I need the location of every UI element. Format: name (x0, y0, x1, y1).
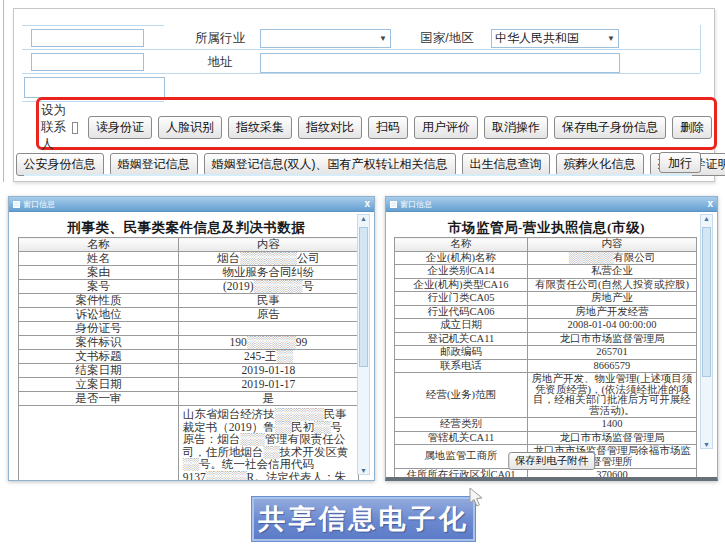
window-icon (13, 201, 20, 208)
window-titlebar[interactable]: 窗口信息 x (9, 197, 374, 212)
table-row: 经营(业务)范围房地产开发、物业管理(上述项目须凭资质经营)，(依法须经批准的项… (395, 373, 697, 418)
table-row: 管辖机关CA11龙口市市场监督管理局 (395, 431, 697, 445)
table-cell: 房地产开发、物业管理(上述项目须凭资质经营)，(依法须经批准的项目，经相关部门批… (527, 373, 696, 418)
table-header-row: 名称 内容 (19, 238, 359, 252)
table-cell: 企业(机构)名称 (395, 251, 528, 265)
table-row: 联系电话8666579 (395, 359, 697, 373)
action-button[interactable]: 读身份证 (88, 116, 152, 139)
scrollbar-thumb[interactable] (702, 227, 711, 377)
info-query-button[interactable]: 殡葬火化信息 (556, 153, 644, 176)
table-cell: 行业门类CA05 (395, 292, 528, 306)
text-field-2[interactable] (31, 53, 144, 71)
industry-label: 所属行业 (176, 30, 264, 47)
scroll-down-icon[interactable]: ▼ (360, 467, 367, 474)
table-cell: 2019-01-17 (178, 378, 358, 392)
table-cell: 1400 (527, 418, 696, 432)
industry-select[interactable]: ▼ (260, 29, 391, 48)
case-info-title: 刑事类、民事类案件信息及判决书数据 (19, 219, 354, 237)
table-cell: 烟台░░░░░░░公司 (178, 252, 358, 266)
save-attachment-button[interactable]: 保存到电子附件 (508, 452, 596, 470)
scroll-up-icon[interactable]: ▲ (360, 215, 367, 222)
table-cell: 登记机关CA11 (395, 332, 528, 346)
table-cell: 诉讼地位 (19, 308, 179, 322)
cursor-icon (466, 487, 486, 509)
table-row: 是否一审是 (19, 392, 359, 406)
table-cell: 住所所在行政区划CA01 (395, 469, 528, 482)
header-name: 名称 (395, 238, 528, 252)
table-cell: 案由 (19, 266, 179, 280)
country-select[interactable]: 中华人民共和国 ▼ (491, 29, 619, 48)
table-cell: 经营类别 (395, 418, 528, 432)
add-row-button[interactable]: 加行 (659, 152, 701, 173)
scrollbar-thumb[interactable] (359, 227, 368, 367)
case-info-table: 名称 内容 姓名烟台░░░░░░░公司案由物业服务合同纠纷案号(2019)░░░… (18, 237, 359, 481)
business-license-window: 窗口信息 x 市场监管局-营业执照信息(市级) 名称 内容 企业(机构)名称░░… (385, 196, 718, 481)
divider (164, 73, 700, 74)
address-input[interactable] (260, 53, 620, 73)
table-row: 企业(机构)类型CA16有限责任公司(自然人投资或控股) (395, 278, 697, 292)
table-cell: 190░░░░░░99 (178, 336, 358, 350)
table-cell: 企业(机构)类型CA16 (395, 278, 528, 292)
table-cell: 物业服务合同纠纷 (178, 266, 358, 280)
table-cell: 房地产开发经营 (527, 305, 696, 319)
table-cell: 房地产业 (527, 292, 696, 306)
table-cell: 8666579 (527, 359, 696, 373)
info-query-button[interactable]: 出生信息查询 (462, 153, 550, 176)
chevron-down-icon: ▼ (607, 34, 615, 43)
info-query-button[interactable]: 婚姻登记信息(双人)、国有产权转让相关信息 (204, 153, 456, 176)
button-row-2: 公安身份信息婚姻登记信息婚姻登记信息(双人)、国有产权转让相关信息出生信息查询殡… (41, 153, 712, 176)
judgment-text-cell: 山东省烟台经济技░░░░░░民事裁定书（2019）鲁░░民初░░号 原告：烟台░… (178, 406, 358, 482)
table-cell: 龙口市市场监督管理局 (527, 332, 696, 346)
action-button[interactable]: 扫码 (368, 116, 408, 139)
action-button[interactable]: 保存电子身份信息 (554, 116, 666, 139)
action-button[interactable]: 指纹采集 (228, 116, 292, 139)
table-row: 企业(机构)名称░░░░░░有限公司 (395, 251, 697, 265)
table-row: 行业门类CA05房地产业 (395, 292, 697, 306)
table-cell: 身份证号 (19, 322, 179, 336)
country-select-value: 中华人民共和国 (495, 30, 579, 47)
close-icon[interactable]: x (364, 199, 370, 209)
divider (22, 49, 164, 50)
close-icon[interactable]: x (707, 199, 713, 209)
table-row: 案件性质民事 (19, 294, 359, 308)
titlebar-text: 窗口信息 (400, 199, 432, 210)
divider (22, 25, 164, 26)
table-cell (19, 406, 179, 482)
table-cell: 文书标题 (19, 350, 179, 364)
table-cell: 私营企业 (527, 265, 696, 279)
table-cell: 2019-01-18 (178, 364, 358, 378)
table-cell: 案号 (19, 280, 179, 294)
action-button[interactable]: 删除 (672, 116, 712, 139)
set-contact-checkbox[interactable] (72, 122, 78, 134)
table-row: 成立日期2008-01-04 00:00:00 (395, 319, 697, 333)
action-button[interactable]: 指纹对比 (298, 116, 362, 139)
text-field-1[interactable] (31, 29, 144, 47)
share-info-banner: 共享信息电子化 (252, 497, 475, 541)
info-query-button[interactable]: 公安身份信息 (16, 153, 104, 176)
info-query-button[interactable]: 婚姻登记信息 (110, 153, 198, 176)
top-form-card: 所属行业 ▼ 国家/地区 中华人民共和国 ▼ 地址 设为联系人 读身份证人脸识别… (13, 8, 715, 182)
table-cell: 龙口市市场监督管理局 (527, 431, 696, 445)
scrollbar[interactable]: ▲ ▼ (700, 214, 713, 449)
table-row: 企业类别CA14私营企业 (395, 265, 697, 279)
table-row: 案由物业服务合同纠纷 (19, 266, 359, 280)
action-button[interactable]: 人脸识别 (158, 116, 222, 139)
scroll-up-icon[interactable]: ▲ (703, 215, 710, 222)
header-content: 内容 (527, 238, 696, 252)
table-row: 案号(2019)░░░░░░号 (19, 280, 359, 294)
scrollbar[interactable]: ▲ ▼ (357, 214, 370, 475)
table-cell (178, 322, 358, 336)
case-info-window: 窗口信息 x 刑事类、民事类案件信息及判决书数据 名称 内容 姓名烟台░░░░░… (8, 196, 375, 481)
table-row: 结案日期2019-01-18 (19, 364, 359, 378)
table-row: 文书标题245-王░░ (19, 350, 359, 364)
table-cell: (2019)░░░░░░号 (178, 280, 358, 294)
text-field-3[interactable] (24, 77, 165, 98)
window-titlebar[interactable]: 窗口信息 x (386, 197, 717, 212)
set-contact-label: 设为联系人 (41, 102, 66, 153)
table-row: 登记机关CA11龙口市市场监督管理局 (395, 332, 697, 346)
scroll-down-icon[interactable]: ▼ (703, 441, 710, 448)
action-button[interactable]: 用户评价 (414, 116, 478, 139)
table-cell: 联系电话 (395, 359, 528, 373)
table-row: 立案日期2019-01-17 (19, 378, 359, 392)
action-button[interactable]: 取消操作 (484, 116, 548, 139)
